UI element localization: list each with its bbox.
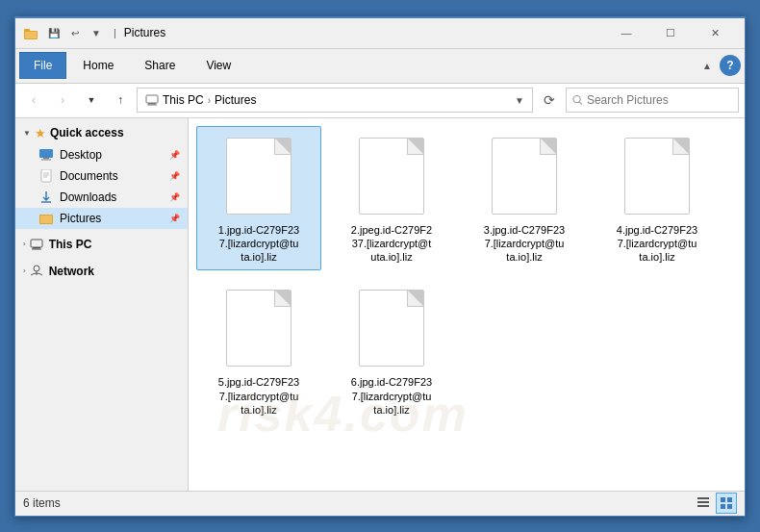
address-bar: ‹ › ▼ ↑ This PC › Pictures ▼ ⟳ bbox=[15, 84, 745, 118]
svg-rect-29 bbox=[721, 504, 725, 509]
file-name-2: 2.jpeg.id-C279F237.[lizardcrypt@tuta.io]… bbox=[351, 223, 432, 265]
explorer-window: 💾 ↩ ▼ | Pictures — ☐ ✕ File Home Share V… bbox=[14, 16, 746, 517]
file-name-6: 6.jpg.id-C279F237.[lizardcrypt@tuta.io].… bbox=[351, 375, 432, 417]
file-item-2[interactable]: 2.jpeg.id-C279F237.[lizardcrypt@tuta.io]… bbox=[329, 126, 454, 271]
item-count: 6 items bbox=[23, 496, 685, 510]
address-path[interactable]: This PC › Pictures ▼ bbox=[137, 88, 533, 113]
pictures-icon bbox=[38, 211, 54, 226]
thispc-label: This PC bbox=[49, 238, 92, 251]
svg-rect-21 bbox=[32, 248, 41, 249]
svg-rect-24 bbox=[697, 497, 709, 499]
title-bar: 💾 ↩ ▼ | Pictures — ☐ ✕ bbox=[15, 18, 745, 49]
svg-rect-2 bbox=[25, 32, 37, 38]
sidebar-thispc-header[interactable]: › This PC bbox=[15, 233, 188, 256]
svg-rect-25 bbox=[697, 501, 709, 503]
file-item-3[interactable]: 3.jpg.id-C279F237.[lizardcrypt@tuta.io].… bbox=[462, 126, 587, 271]
file-item-6[interactable]: 6.jpg.id-C279F237.[lizardcrypt@tuta.io].… bbox=[329, 278, 454, 423]
file-item-5[interactable]: 5.jpg.id-C279F237.[lizardcrypt@tuta.io].… bbox=[196, 278, 321, 423]
undo-icon[interactable]: ↩ bbox=[65, 23, 85, 42]
file-icon-4 bbox=[619, 133, 696, 219]
file-item-1[interactable]: 1.jpg.id-C279F237.[lizardcrypt@tuta.io].… bbox=[196, 126, 321, 271]
sidebar-documents-label: Documents bbox=[60, 169, 164, 183]
forward-button[interactable]: › bbox=[50, 88, 75, 113]
sidebar-desktop-label: Desktop bbox=[60, 148, 164, 162]
sidebar-item-pictures[interactable]: Pictures 📌 bbox=[15, 208, 188, 229]
doc-shape bbox=[359, 138, 424, 215]
network-chevron: › bbox=[23, 266, 26, 275]
doc-shape bbox=[624, 138, 690, 215]
doc-shape bbox=[226, 138, 291, 215]
large-icon-view-button[interactable] bbox=[716, 493, 737, 514]
tab-share[interactable]: Share bbox=[130, 52, 190, 79]
quick-save-area: 💾 ↩ ▼ bbox=[44, 23, 106, 42]
network-label: Network bbox=[49, 265, 94, 278]
downloads-pin-icon: 📌 bbox=[169, 192, 180, 202]
close-button[interactable]: ✕ bbox=[693, 17, 737, 48]
quickaccess-label: Quick access bbox=[50, 126, 124, 139]
search-box[interactable] bbox=[566, 88, 739, 113]
sidebar-network-header[interactable]: › Network bbox=[15, 260, 188, 283]
save-icon[interactable]: 💾 bbox=[44, 23, 63, 42]
tab-view[interactable]: View bbox=[191, 52, 245, 79]
maximize-button[interactable]: ☐ bbox=[648, 17, 693, 48]
doc-shape bbox=[226, 290, 291, 367]
up-button[interactable]: ↑ bbox=[108, 88, 133, 113]
svg-rect-3 bbox=[146, 95, 158, 103]
file-area: 1.jpg.id-C279F237.[lizardcrypt@tuta.io].… bbox=[189, 118, 745, 491]
sidebar-section-network: › Network bbox=[15, 260, 188, 283]
desktop-icon bbox=[38, 147, 54, 163]
documents-pin-icon: 📌 bbox=[169, 171, 180, 181]
doc-shape bbox=[492, 138, 557, 215]
ribbon: File Home Share View ▲ ? bbox=[15, 49, 745, 84]
svg-rect-10 bbox=[41, 159, 51, 160]
status-bar: 6 items bbox=[15, 491, 745, 516]
file-icon-3 bbox=[486, 133, 563, 219]
file-icon-2 bbox=[353, 133, 430, 219]
documents-icon bbox=[38, 168, 54, 184]
svg-rect-30 bbox=[727, 504, 732, 509]
file-icon-5 bbox=[220, 285, 297, 371]
back-button[interactable]: ‹ bbox=[21, 88, 46, 113]
window-icon bbox=[23, 25, 38, 40]
file-name-4: 4.jpg.id-C279F237.[lizardcrypt@tuta.io].… bbox=[617, 223, 697, 265]
svg-rect-28 bbox=[727, 497, 732, 502]
details-view-button[interactable] bbox=[693, 493, 714, 514]
main-area: ▼ ★ Quick access Desktop 📌 bbox=[15, 118, 745, 491]
file-grid: 1.jpg.id-C279F237.[lizardcrypt@tuta.io].… bbox=[196, 126, 737, 424]
minimize-button[interactable]: — bbox=[604, 17, 648, 48]
path-pictures: Pictures bbox=[215, 93, 256, 107]
file-item-4[interactable]: 4.jpg.id-C279F237.[lizardcrypt@tuta.io].… bbox=[595, 126, 720, 271]
sidebar-section-thispc: › This PC bbox=[15, 233, 188, 256]
ribbon-right: ▲ ? bbox=[698, 55, 741, 76]
tab-home[interactable]: Home bbox=[68, 52, 128, 79]
svg-rect-20 bbox=[33, 247, 40, 249]
refresh-button[interactable]: ⟳ bbox=[537, 88, 562, 113]
help-button[interactable]: ? bbox=[720, 55, 741, 76]
sidebar-item-downloads[interactable]: Downloads 📌 bbox=[15, 187, 188, 208]
desktop-pin-icon: 📌 bbox=[169, 150, 180, 160]
svg-rect-8 bbox=[39, 149, 53, 158]
svg-rect-27 bbox=[721, 497, 725, 502]
file-icon-6 bbox=[353, 285, 430, 371]
sidebar-quickaccess-header[interactable]: ▼ ★ Quick access bbox=[15, 122, 188, 144]
file-name-3: 3.jpg.id-C279F237.[lizardcrypt@tuta.io].… bbox=[484, 223, 565, 265]
tab-file[interactable]: File bbox=[19, 52, 66, 79]
svg-rect-26 bbox=[697, 505, 709, 507]
dropdown-recent-button[interactable]: ▼ bbox=[79, 88, 104, 113]
qs-dropdown[interactable]: ▼ bbox=[87, 23, 106, 42]
view-buttons bbox=[693, 493, 737, 514]
svg-rect-9 bbox=[43, 158, 49, 160]
search-input[interactable] bbox=[587, 93, 732, 107]
path-pc: This PC bbox=[145, 93, 204, 107]
file-icon-1 bbox=[220, 133, 297, 219]
sidebar-item-desktop[interactable]: Desktop 📌 bbox=[15, 144, 188, 165]
doc-shape bbox=[359, 290, 424, 367]
svg-rect-11 bbox=[41, 169, 51, 182]
window-controls: — ☐ ✕ bbox=[604, 17, 737, 48]
path-dropdown-icon[interactable]: ▼ bbox=[515, 95, 524, 106]
svg-line-7 bbox=[579, 102, 582, 105]
ribbon-collapse-icon[interactable]: ▲ bbox=[698, 59, 716, 73]
svg-rect-5 bbox=[147, 105, 157, 106]
thispc-chevron: › bbox=[23, 240, 26, 248]
sidebar-item-documents[interactable]: Documents 📌 bbox=[15, 165, 188, 187]
